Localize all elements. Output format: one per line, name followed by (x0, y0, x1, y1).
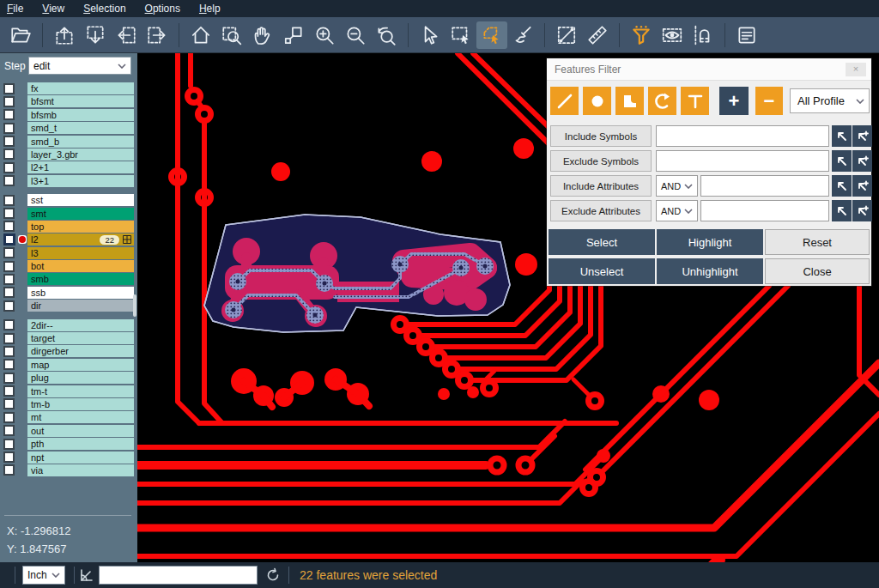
include-attributes-operator-select[interactable]: AND (656, 175, 698, 197)
shift-left-button[interactable] (111, 21, 142, 49)
filter-surface-button[interactable] (615, 87, 644, 115)
layer-visibility-checkbox[interactable] (3, 274, 15, 285)
zoom-fit-button[interactable] (216, 21, 247, 49)
layer-row-bfsmb[interactable]: bfsmb (0, 109, 137, 121)
exclude-attributes-button[interactable]: Exclude Attributes (550, 200, 652, 221)
pan-hand-button[interactable] (247, 21, 278, 49)
layer-visibility-checkbox[interactable] (3, 412, 15, 423)
layer-visibility-checkbox[interactable] (3, 136, 15, 147)
features-filter-button[interactable] (626, 21, 657, 49)
zoom-in-button[interactable] (309, 21, 340, 49)
layer-visibility-checkbox[interactable] (3, 319, 15, 330)
layer-row-layer_3.gbr[interactable]: layer_3.gbr (0, 149, 137, 161)
menu-item-help[interactable]: Help (199, 3, 221, 15)
layer-visibility-checkbox[interactable] (3, 83, 15, 94)
layer-row-2dir--[interactable]: 2dir-- (0, 319, 137, 331)
dialog-title-bar[interactable]: Features Filter × (547, 58, 871, 81)
layer-visibility-checkbox[interactable] (3, 398, 15, 409)
command-input[interactable] (99, 566, 258, 585)
layer-visibility-checkbox[interactable] (3, 96, 15, 107)
include-symbols-input[interactable] (656, 125, 829, 147)
layer-row-plug[interactable]: plug (0, 372, 137, 384)
layer-row-smd_t[interactable]: smd_t (0, 122, 137, 134)
layer-row-target[interactable]: target (0, 332, 137, 344)
layer-row-smb[interactable]: smb (0, 273, 137, 285)
layer-visibility-checkbox[interactable] (3, 373, 15, 384)
pick-attribute-add-button[interactable] (852, 175, 872, 197)
layer-visibility-checkbox[interactable] (3, 162, 15, 173)
menu-item-selection[interactable]: Selection (83, 3, 125, 15)
menu-item-options[interactable]: Options (145, 3, 180, 15)
pick-attribute-add-button[interactable] (852, 200, 872, 221)
zoom-out-button[interactable] (340, 21, 371, 49)
layer-visibility-checkbox[interactable] (3, 359, 15, 370)
menu-item-view[interactable]: View (42, 3, 64, 15)
zoom-previous-button[interactable] (371, 21, 402, 49)
selection-region[interactable] (204, 215, 510, 332)
measure-ruler-button[interactable] (582, 21, 613, 49)
dialog-close-button[interactable]: × (846, 63, 866, 76)
layer-visibility-checkbox[interactable] (3, 385, 15, 397)
pick-symbol-button[interactable] (832, 150, 852, 172)
exclude-attributes-operator-select[interactable]: AND (656, 200, 698, 221)
layer-visibility-checkbox[interactable] (3, 346, 15, 357)
open-file-button[interactable] (5, 21, 36, 49)
layer-visibility-checkbox[interactable] (3, 109, 15, 120)
layer-visibility-checkbox[interactable] (3, 287, 15, 298)
layer-visibility-checkbox[interactable] (3, 425, 15, 436)
shift-down-button[interactable] (80, 21, 111, 49)
unhighlight-button[interactable]: Unhighlight (657, 258, 763, 284)
step-select[interactable]: edit (28, 57, 131, 75)
layer-visibility-checkbox[interactable] (3, 123, 15, 134)
grid-icon[interactable] (123, 235, 131, 244)
include-attributes-input[interactable] (700, 175, 829, 197)
unselect-button[interactable]: Unselect (549, 258, 655, 284)
close-button[interactable]: Close (765, 258, 870, 284)
units-select[interactable]: Inch (22, 566, 65, 585)
layer-row-npt[interactable]: npt (0, 452, 137, 464)
layer-row-map[interactable]: map (0, 359, 137, 371)
highlight-button[interactable]: Highlight (657, 229, 763, 255)
paint-brush-button[interactable] (507, 21, 538, 49)
layer-row-fx[interactable]: fx (0, 82, 137, 94)
angle-mode-button[interactable] (75, 567, 99, 583)
layer-visibility-checkbox[interactable] (3, 261, 15, 272)
layer-row-top[interactable]: top (0, 221, 137, 233)
exclude-attributes-input[interactable] (700, 200, 829, 221)
filter-arc-button[interactable] (648, 87, 676, 115)
layer-visibility-checkbox[interactable] (3, 208, 15, 219)
layer-row-dir[interactable]: dir (0, 300, 137, 312)
layer-row-ssb[interactable]: ssb (0, 287, 137, 299)
layer-visibility-checkbox[interactable] (3, 333, 15, 344)
layer-visibility-checkbox[interactable] (3, 300, 15, 312)
filter-pad-button[interactable] (583, 87, 611, 115)
zoom-window-button[interactable] (278, 21, 309, 49)
layer-row-l3[interactable]: l3 (0, 247, 137, 259)
select-pointer-button[interactable] (415, 21, 446, 49)
exclude-symbols-button[interactable]: Exclude Symbols (550, 150, 652, 172)
layer-row-tm-t[interactable]: tm-t (0, 385, 137, 397)
select-polygon-button[interactable] (476, 21, 507, 49)
layer-visibility-checkbox[interactable] (3, 149, 15, 160)
shift-right-button[interactable] (142, 21, 173, 49)
sidebar-scrollbar[interactable] (133, 294, 136, 317)
layer-row-via[interactable]: via (0, 464, 137, 476)
select-button[interactable]: Select (549, 229, 655, 255)
pick-attribute-button[interactable] (832, 200, 852, 221)
show-selected-button[interactable] (657, 21, 688, 49)
layer-row-mt[interactable]: mt (0, 411, 137, 423)
layer-row-out[interactable]: out (0, 425, 137, 437)
layer-row-smd_b[interactable]: smd_b (0, 136, 137, 148)
include-attributes-button[interactable]: Include Attributes (550, 175, 652, 197)
layer-row-sst[interactable]: sst (0, 194, 137, 206)
include-symbols-button[interactable]: Include Symbols (550, 125, 652, 147)
refresh-button[interactable] (258, 567, 288, 583)
pick-symbol-add-button[interactable] (852, 150, 872, 172)
layer-row-l2+1[interactable]: l2+1 (0, 161, 137, 173)
layer-row-l3+1[interactable]: l3+1 (0, 175, 137, 187)
layer-row-dirgerber[interactable]: dirgerber (0, 345, 137, 357)
measure-distance-button[interactable] (551, 21, 582, 49)
pick-symbol-button[interactable] (832, 125, 852, 147)
filter-line-button[interactable] (550, 87, 579, 115)
filter-remove-button[interactable]: − (755, 87, 783, 115)
